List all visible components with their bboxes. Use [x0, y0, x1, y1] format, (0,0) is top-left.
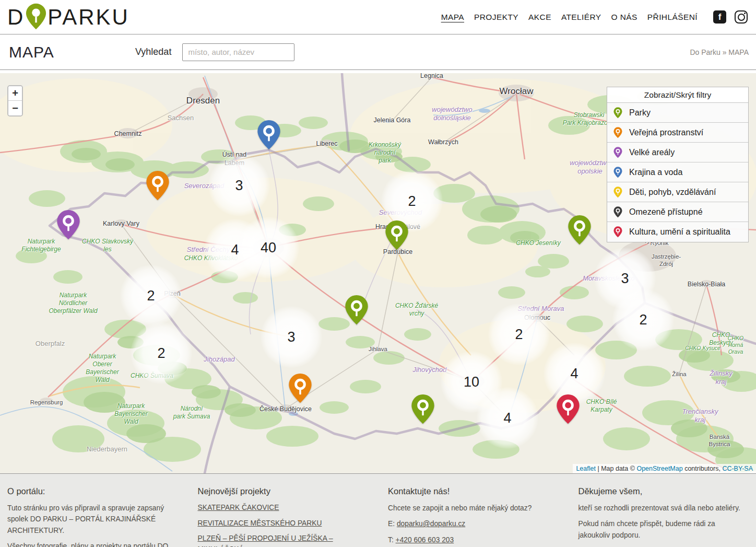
breadcrumb: Do Parku » MAPA: [690, 48, 749, 56]
filter-pin-icon: [613, 127, 622, 138]
breadcrumb-home[interactable]: Do Parku: [690, 48, 720, 56]
logo-suffix: PARKU: [48, 6, 129, 28]
project-link-plzen-pesi-propojeni-u-jeziska-mikulasska[interactable]: PLZEŇ – PĚŠÍ PROPOJENÍ U JEŽÍŠKA – MIKUL…: [198, 533, 368, 547]
map-marker-verejna-prostranstvi[interactable]: [146, 170, 170, 201]
email-link[interactable]: doparku@doparku.cz: [397, 520, 465, 528]
contact-email-line: E: doparku@doparku.cz: [388, 518, 558, 529]
map-marker-parky[interactable]: [385, 220, 409, 251]
search-group: Vyhledat: [135, 43, 294, 61]
cluster-count: 2: [157, 345, 165, 362]
facebook-icon[interactable]: f: [713, 10, 726, 24]
filter-item-label: Děti, pohyb, vzdělávání: [629, 188, 716, 197]
about-paragraph: Tuto stránku pro vás připravil a spravuj…: [7, 503, 177, 536]
filter-item-deti-pohyb-vzdelavani[interactable]: Děti, pohyb, vzdělávání: [607, 182, 748, 202]
search-label: Vyhledat: [135, 46, 171, 57]
filter-panel-toggle[interactable]: Zobrazit/Skrýt filtry: [607, 87, 748, 103]
filter-pin-icon: [613, 147, 622, 158]
cluster-count: 2: [515, 327, 523, 343]
zoom-in-button[interactable]: +: [8, 86, 22, 101]
osm-link[interactable]: OpenStreetMap: [636, 465, 682, 472]
footer-projects-heading: Nejnovější projekty: [198, 486, 368, 496]
filter-pin-icon: [613, 226, 622, 238]
contact-intro: Chcete se zapojit a nebo máte nějaký dot…: [388, 503, 558, 514]
filter-item-verejna-prostranstvi[interactable]: Veřejná prostranství: [607, 123, 748, 143]
map-marker-parky[interactable]: [568, 215, 592, 246]
footer-thanks: Děkujeme všem, kteří se rozhodli prezent…: [578, 486, 748, 547]
filter-item-label: Krajina a voda: [629, 168, 682, 177]
thanks-paragraph: Pokud nám chcete přispět, budeme rádi za…: [578, 518, 748, 541]
nav-item-o-nas[interactable]: O NÁS: [611, 13, 637, 22]
nav-item-prihlaseni[interactable]: PŘIHLÁŠENÍ: [647, 13, 698, 22]
map-marker-parky[interactable]: [345, 295, 369, 325]
map-canvas[interactable]: + − Zobrazit/Skrýt filtry ParkyVeřejná p…: [0, 73, 756, 473]
cluster-count: 2: [639, 312, 647, 328]
filter-item-label: Kultura, umění a spiritualita: [629, 227, 730, 237]
cluster-count: 4: [570, 366, 578, 382]
map-cluster[interactable]: 4: [477, 387, 538, 449]
ccbysa-link[interactable]: CC-BY-SA: [722, 465, 753, 472]
map-marker-verejna-prostranstvi[interactable]: [288, 373, 312, 404]
leaflet-link[interactable]: Leaflet: [576, 465, 596, 472]
footer-thanks-heading: Děkujeme všem,: [578, 486, 748, 496]
footer-contact: Kontaktujte nás! Chcete se zapojit a neb…: [388, 486, 558, 547]
footer-contact-heading: Kontaktujte nás!: [388, 486, 558, 496]
zoom-out-button[interactable]: −: [8, 101, 22, 115]
instagram-icon[interactable]: [735, 10, 748, 24]
filter-item-velke-arealy[interactable]: Velké areály: [607, 143, 748, 162]
filter-list: ParkyVeřejná prostranstvíVelké areályKra…: [607, 103, 748, 242]
breadcrumb-current: MAPA: [728, 48, 749, 56]
thanks-paragraph: kteří se rozhodli prezentovat svá díla n…: [578, 503, 748, 514]
attribution-text: contributors,: [683, 465, 723, 472]
map-cluster[interactable]: 2: [131, 322, 192, 384]
cluster-count: 3: [621, 271, 629, 287]
map-zoom-control: + −: [7, 85, 23, 117]
filter-panel: Zobrazit/Skrýt filtry ParkyVeřejná prost…: [607, 87, 749, 242]
nav-item-ateliery[interactable]: ATELIÉRY: [561, 13, 601, 22]
map-cluster[interactable]: 2: [120, 265, 182, 327]
logo[interactable]: D PARKU: [7, 2, 129, 32]
nav-item-akce[interactable]: AKCE: [528, 13, 551, 22]
filter-item-kultura-umeni-a-spiritualita[interactable]: Kultura, umění a spiritualita: [607, 222, 748, 242]
map-marker-velke-arealy[interactable]: [56, 210, 80, 240]
footer-latest-projects: Nejnovější projekty SKATEPARK ČAKOVICERE…: [198, 486, 368, 547]
map-marker-krajina-a-voda[interactable]: [257, 120, 281, 150]
page-title: MAPA: [9, 43, 54, 61]
filter-item-label: Omezeně přístupné: [629, 207, 703, 217]
filter-item-label: Parky: [629, 108, 651, 118]
attribution-text: | Map data ©: [596, 465, 636, 472]
map-cluster[interactable]: 2: [612, 289, 674, 351]
cluster-count: 2: [408, 193, 416, 210]
cluster-count: 2: [147, 288, 155, 304]
footer-about: O portálu: Tuto stránku pro vás připravi…: [7, 486, 177, 547]
filter-item-parky[interactable]: Parky: [607, 103, 748, 123]
phone-link[interactable]: +420 606 603 203: [396, 536, 454, 544]
logo-pin-icon: [26, 3, 46, 32]
filter-pin-icon: [613, 167, 622, 178]
cluster-count: 40: [261, 240, 276, 256]
breadcrumb-separator: »: [723, 48, 727, 56]
map-cluster[interactable]: 40: [238, 217, 299, 278]
map-cluster[interactable]: 3: [208, 155, 270, 216]
filter-item-krajina-a-voda[interactable]: Krajina a voda: [607, 162, 748, 182]
footer-about-heading: O portálu:: [7, 486, 177, 496]
header: D PARKU MAPAPROJEKTYAKCEATELIÉRYO NÁSPŘI…: [0, 0, 756, 34]
search-input[interactable]: [182, 43, 294, 61]
map-marker-kultura-umeni-a-spiritualita[interactable]: [556, 394, 580, 425]
about-paragraph: Všechny fotografie, plány a projekty na …: [7, 541, 177, 547]
filter-item-omezene-pristupne[interactable]: Omezeně přístupné: [607, 202, 748, 222]
filter-pin-icon: [613, 206, 622, 218]
nav-item-projekty[interactable]: PROJEKTY: [474, 13, 518, 22]
filter-pin-icon: [613, 187, 622, 198]
logo-prefix: D: [7, 6, 25, 28]
map-cluster[interactable]: 3: [261, 306, 322, 368]
filter-pin-icon: [613, 107, 622, 119]
map-cluster[interactable]: 2: [488, 304, 550, 365]
social-icons: f: [713, 10, 748, 24]
nav-item-mapa[interactable]: MAPA: [441, 13, 464, 22]
project-link-revitalizace-mestskeho-parku[interactable]: REVITALIZACE MĚSTSKÉHO PARKU: [198, 518, 368, 529]
map-marker-parky[interactable]: [411, 394, 435, 425]
cluster-count: 10: [464, 374, 479, 390]
filter-item-label: Velké areály: [629, 148, 675, 157]
cluster-count: 3: [235, 178, 243, 194]
project-link-skatepark-cakovice[interactable]: SKATEPARK ČAKOVICE: [198, 503, 368, 514]
